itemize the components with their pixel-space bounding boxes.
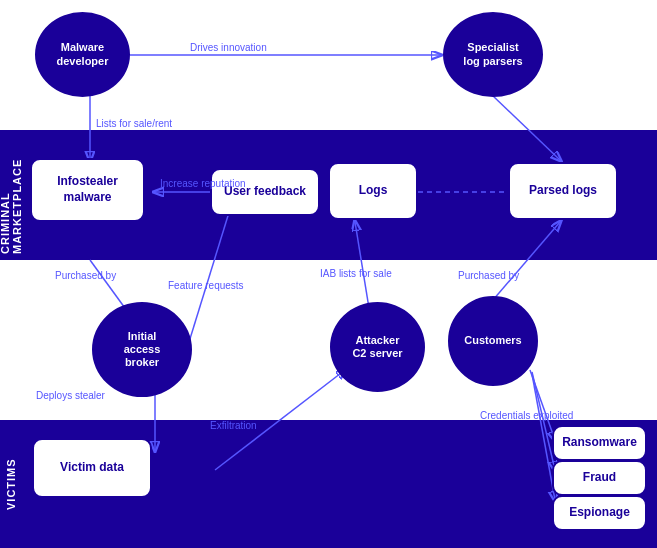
initial-access-broker-node: Initial access broker <box>92 302 192 397</box>
fraud-node: Fraud <box>552 460 647 496</box>
ransomware-node: Ransomware <box>552 425 647 461</box>
victim-data-node: Victim data <box>32 438 152 498</box>
drives-innovation-label: Drives innovation <box>190 42 267 54</box>
victims-band-label: VICTIMS <box>0 420 22 548</box>
criminal-band-label: CRIMINAL MARKETPLACE <box>0 130 22 260</box>
feature-requests-label: Feature requests <box>168 280 244 292</box>
purchased-by-iab-label: Purchased by <box>55 270 116 282</box>
deploys-stealer-label: Deploys stealer <box>36 390 105 402</box>
diagram: CRIMINAL MARKETPLACE VICTIMS <box>0 0 657 548</box>
parsed-logs-node: Parsed logs <box>508 162 618 220</box>
customers-node: Customers <box>448 296 538 386</box>
espionage-node: Espionage <box>552 495 647 531</box>
malware-developer-node: Malware developer <box>35 12 130 97</box>
increase-rep-label: Increase reputation <box>160 178 246 190</box>
iab-lists-label: IAB lists for sale <box>320 268 392 280</box>
specialist-log-parsers-node: Specialist log parsers <box>443 12 543 97</box>
credentials-exploited-label: Credentials exploited <box>480 410 573 422</box>
purchased-by-customers-label: Purchased by <box>458 270 519 282</box>
exfiltration-label: Exfiltration <box>210 420 257 432</box>
attacker-c2-node: Attacker C2 server <box>330 302 425 392</box>
infostealer-malware-node: Infostealer malware <box>30 158 145 222</box>
user-feedback-node: User feedback <box>210 168 320 216</box>
logs-node: Logs <box>328 162 418 220</box>
lists-sale-label: Lists for sale/rent <box>96 118 172 130</box>
